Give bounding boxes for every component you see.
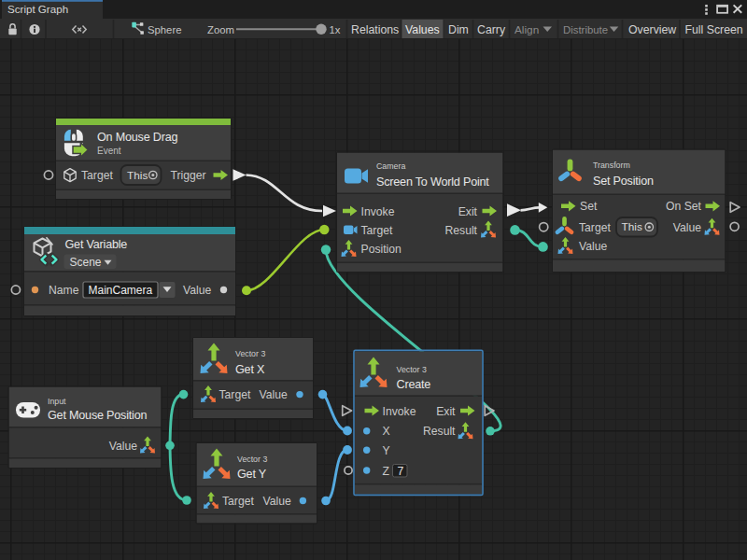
svg-text:Target: Target — [81, 169, 113, 182]
svg-text:Set Position: Set Position — [593, 175, 654, 188]
svg-text:Position: Position — [361, 243, 402, 256]
svg-text:Scene: Scene — [70, 256, 102, 269]
svg-text:Relations: Relations — [351, 23, 399, 36]
svg-text:Input: Input — [48, 397, 66, 406]
svg-text:Zoom: Zoom — [207, 24, 234, 35]
svg-text:Values: Values — [405, 23, 440, 36]
svg-text:Vector 3: Vector 3 — [397, 365, 427, 374]
svg-text:Distribute: Distribute — [563, 24, 608, 35]
svg-text:Y: Y — [383, 444, 390, 457]
svg-text:Target: Target — [219, 388, 251, 401]
svg-text:Screen To World Point: Screen To World Point — [376, 175, 489, 189]
svg-text:Value: Value — [263, 495, 291, 508]
svg-text:Trigger: Trigger — [171, 169, 206, 182]
svg-text:Script Graph: Script Graph — [7, 3, 68, 15]
svg-text:Exit: Exit — [458, 205, 478, 218]
svg-text:Z: Z — [383, 465, 390, 478]
svg-text:Sphere: Sphere — [148, 24, 181, 35]
svg-text:Get Mouse Position: Get Mouse Position — [48, 409, 147, 422]
svg-text:Get Variable: Get Variable — [65, 238, 128, 251]
svg-text:Dim: Dim — [448, 23, 469, 36]
svg-text:Camera: Camera — [376, 161, 405, 171]
svg-text:On Mouse Drag: On Mouse Drag — [97, 131, 177, 144]
svg-text:Overview: Overview — [628, 23, 676, 36]
svg-text:X: X — [383, 425, 390, 438]
svg-text:Invoke: Invoke — [361, 205, 395, 218]
svg-text:Event: Event — [97, 146, 121, 156]
svg-text:Carry: Carry — [477, 23, 506, 36]
svg-text:Exit: Exit — [436, 405, 456, 418]
svg-text:Value: Value — [673, 221, 701, 234]
svg-text:Result: Result — [444, 224, 477, 237]
svg-text:Full Screen: Full Screen — [685, 23, 743, 36]
svg-text:Value: Value — [579, 240, 607, 253]
svg-text:Vector 3: Vector 3 — [237, 455, 267, 464]
svg-text:Target: Target — [579, 221, 611, 234]
svg-text:Get Y: Get Y — [237, 468, 267, 481]
svg-text:Create: Create — [397, 378, 431, 391]
svg-text:Result: Result — [423, 425, 456, 438]
svg-text:1x: 1x — [330, 24, 341, 35]
svg-text:MainCamera: MainCamera — [89, 284, 153, 297]
svg-text:Value: Value — [183, 284, 211, 297]
svg-text:This: This — [127, 169, 148, 182]
svg-text:7: 7 — [398, 465, 404, 478]
svg-text:Target: Target — [361, 224, 393, 237]
svg-text:Get X: Get X — [235, 363, 265, 376]
svg-text:Invoke: Invoke — [383, 405, 416, 418]
svg-text:Value: Value — [260, 388, 288, 401]
svg-text:Vector 3: Vector 3 — [235, 349, 265, 358]
svg-text:Target: Target — [222, 495, 254, 508]
svg-text:This: This — [622, 220, 642, 233]
svg-text:Name: Name — [49, 284, 79, 297]
svg-text:Set: Set — [580, 200, 598, 213]
svg-text:On Set: On Set — [666, 200, 702, 213]
svg-text:Align: Align — [514, 23, 539, 36]
svg-text:Transform: Transform — [593, 161, 630, 170]
svg-text:Value: Value — [109, 440, 137, 453]
